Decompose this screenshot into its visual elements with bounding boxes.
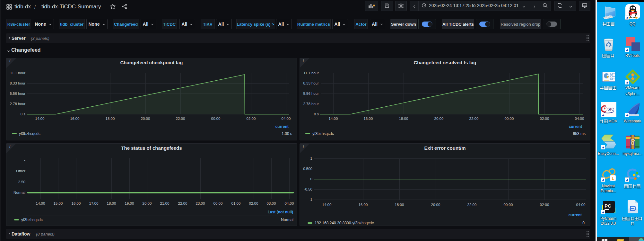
svg-text:2.78 hour: 2.78 hour [303, 102, 319, 106]
svg-text:2.78 hour: 2.78 hour [10, 102, 25, 106]
svg-text:14:00: 14:00 [322, 203, 332, 207]
svg-text:22:00: 22:00 [178, 201, 187, 205]
svg-text:11.1 hour: 11.1 hour [303, 71, 319, 75]
svg-text:14:00: 14:00 [36, 201, 45, 205]
svg-text:0 s: 0 s [21, 112, 26, 116]
svg-text:22:00: 22:00 [467, 203, 477, 207]
svg-text:23:00: 23:00 [196, 201, 205, 205]
svg-text:02:00: 02:00 [540, 203, 549, 207]
svg-text:02:00: 02:00 [247, 117, 256, 121]
svg-text:20:00: 20:00 [431, 203, 440, 207]
svg-text:00:00: 00:00 [505, 117, 514, 121]
svg-text:SIC: SIC [607, 107, 614, 112]
svg-text:18:00: 18:00 [395, 203, 404, 207]
svg-text:-1: -1 [309, 198, 312, 201]
svg-text:02:00: 02:00 [540, 117, 549, 121]
svg-text:22:00: 22:00 [176, 117, 185, 121]
svg-text:17:00: 17:00 [89, 201, 99, 205]
svg-text:00:00: 00:00 [504, 203, 513, 207]
svg-text:-0.50: -0.50 [304, 187, 312, 191]
svg-text:04:00: 04:00 [285, 201, 294, 205]
svg-text:18:00: 18:00 [399, 117, 408, 121]
svg-text:16:00: 16:00 [72, 201, 81, 205]
svg-text:5.56 hour: 5.56 hour [10, 92, 25, 95]
svg-text:04:00: 04:00 [575, 117, 584, 121]
svg-text:21:00: 21:00 [160, 201, 170, 205]
svg-text:Normal: Normal [13, 191, 25, 194]
svg-text:PC: PC [605, 203, 611, 209]
svg-text:0 s: 0 s [314, 112, 319, 116]
svg-text:1: 1 [310, 156, 312, 160]
svg-text:22:00: 22:00 [469, 117, 479, 121]
svg-text:11.1 hour: 11.1 hour [10, 71, 25, 75]
svg-text:-: - [24, 158, 25, 162]
svg-text:03:00: 03:00 [267, 201, 276, 205]
svg-text:8.33 hour: 8.33 hour [10, 81, 25, 85]
svg-text:14:00: 14:00 [35, 117, 45, 121]
svg-text:16:00: 16:00 [70, 117, 80, 121]
svg-text:Other: Other [16, 169, 25, 173]
svg-text:20:00: 20:00 [434, 117, 444, 121]
svg-text:0.500: 0.500 [303, 167, 312, 171]
svg-text:14:00: 14:00 [329, 117, 338, 121]
svg-text:00:00: 00:00 [213, 201, 223, 205]
svg-text:0: 0 [310, 177, 312, 181]
svg-text:16:00: 16:00 [364, 117, 373, 121]
svg-text:02:00: 02:00 [249, 201, 258, 205]
svg-text:15:00: 15:00 [54, 201, 63, 205]
svg-text:20:00: 20:00 [141, 117, 150, 121]
svg-text:8.33 hour: 8.33 hour [303, 81, 319, 85]
svg-text:04:00: 04:00 [282, 117, 291, 121]
svg-text:00:00: 00:00 [211, 117, 221, 121]
svg-text:18:00: 18:00 [106, 117, 115, 121]
svg-text:04:00: 04:00 [576, 203, 586, 207]
svg-text:19:00: 19:00 [125, 201, 134, 205]
svg-text:20:00: 20:00 [143, 201, 152, 205]
svg-text:16:00: 16:00 [359, 203, 368, 207]
svg-text:5.56 hour: 5.56 hour [303, 92, 319, 95]
svg-text:18:00: 18:00 [107, 201, 116, 205]
svg-text:2.50: 2.50 [18, 180, 25, 184]
svg-text:L: L [612, 176, 614, 181]
svg-text:01:00: 01:00 [231, 201, 241, 205]
